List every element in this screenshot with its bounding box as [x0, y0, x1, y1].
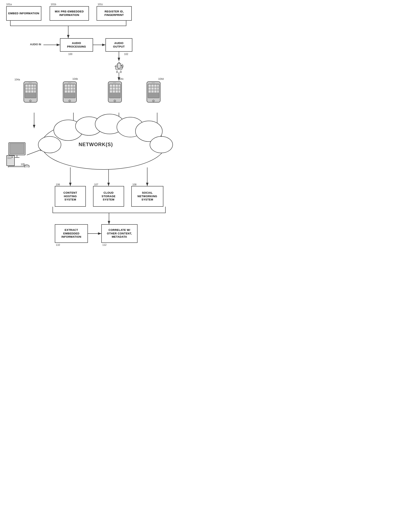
ref-105: 105 — [21, 163, 25, 166]
svg-point-23 — [38, 136, 61, 153]
ref-104b: 104b — [72, 77, 78, 80]
patent-diagram: EMBED INFORMATION 101a MIX PRE-EMBEDDEDI… — [0, 0, 210, 254]
svg-rect-97 — [152, 83, 155, 83]
svg-rect-44 — [25, 90, 28, 93]
ref-104a: 104a — [14, 78, 20, 81]
phone-104d — [142, 81, 166, 103]
broadcast-symbol — [113, 60, 125, 72]
svg-rect-90 — [154, 87, 157, 90]
svg-rect-70 — [116, 84, 118, 87]
svg-rect-56 — [65, 87, 67, 90]
ref-100: 100 — [68, 53, 72, 56]
svg-rect-47 — [34, 90, 36, 93]
audio-in-label: AUDIO IN — [30, 43, 41, 46]
svg-rect-79 — [119, 90, 120, 93]
phone-104c — [103, 81, 128, 103]
social-networking-box: SOCIALNETWORKINGSYSTEM — [131, 186, 163, 207]
svg-rect-88 — [149, 87, 151, 90]
svg-rect-75 — [119, 87, 120, 90]
svg-rect-53 — [68, 84, 70, 87]
ref-104c: 104c — [118, 77, 124, 80]
register-id-box: REGISTER ID,FINGERPRINT — [97, 6, 132, 21]
svg-rect-77 — [113, 90, 115, 93]
svg-rect-46 — [31, 90, 34, 93]
audio-output-box: AUDIOOUTPUT — [106, 38, 132, 52]
svg-rect-58 — [71, 87, 73, 90]
svg-rect-85 — [151, 84, 154, 87]
mix-pre-embedded-box: MIX PRE-EMBEDDEDINFORMATION — [50, 6, 89, 21]
svg-rect-42 — [31, 87, 34, 90]
svg-rect-57 — [68, 87, 70, 90]
svg-rect-38 — [31, 84, 34, 87]
embed-information-box: EMBED INFORMATION — [6, 6, 41, 21]
ref-104d: 104d — [158, 77, 164, 80]
svg-rect-81 — [113, 83, 116, 83]
svg-marker-33 — [115, 64, 117, 67]
svg-rect-89 — [151, 87, 154, 90]
svg-point-48 — [29, 100, 31, 102]
ref-101a: 101a — [6, 3, 12, 6]
svg-point-19 — [76, 117, 102, 135]
phone-104a — [19, 81, 43, 103]
svg-rect-39 — [34, 84, 36, 87]
svg-rect-49 — [28, 83, 32, 83]
svg-point-24 — [150, 136, 173, 153]
svg-rect-87 — [157, 84, 159, 87]
content-hosting-box: CONTENTHOSTINGSYSTEM — [55, 186, 86, 207]
ref-101c: 101c — [98, 3, 103, 6]
ref-112: 112 — [102, 243, 107, 246]
svg-rect-103 — [7, 157, 12, 157]
svg-rect-99 — [10, 143, 24, 154]
svg-point-22 — [135, 121, 162, 141]
svg-rect-55 — [73, 84, 75, 87]
svg-rect-68 — [110, 84, 112, 87]
svg-rect-93 — [151, 90, 154, 93]
svg-point-64 — [69, 100, 71, 102]
svg-rect-78 — [116, 90, 118, 93]
svg-rect-59 — [73, 87, 75, 90]
cloud-storage-box: CLOUDSTORAGESYSTEM — [93, 186, 124, 207]
ref-106: 106 — [56, 183, 60, 186]
svg-point-96 — [152, 100, 155, 102]
svg-rect-41 — [28, 87, 31, 90]
audio-processing-box: AUDIOPROCESSING — [60, 38, 93, 52]
ref-102: 102 — [124, 53, 128, 56]
networks-label: NETWORK(S) — [78, 141, 113, 147]
svg-rect-60 — [65, 90, 67, 93]
svg-point-80 — [114, 100, 116, 102]
svg-rect-86 — [154, 84, 157, 87]
svg-rect-91 — [157, 87, 159, 90]
phone-104b — [58, 81, 83, 103]
svg-point-105 — [12, 156, 13, 158]
svg-point-21 — [117, 117, 144, 137]
svg-rect-43 — [34, 87, 36, 90]
svg-rect-40 — [25, 87, 28, 90]
svg-rect-106 — [8, 166, 25, 167]
svg-rect-84 — [149, 84, 151, 87]
svg-rect-54 — [71, 84, 73, 87]
svg-rect-37 — [28, 84, 31, 87]
svg-rect-71 — [119, 84, 120, 87]
ref-101b: 101b — [51, 3, 56, 6]
svg-rect-72 — [110, 87, 112, 90]
svg-rect-45 — [28, 90, 31, 93]
svg-rect-73 — [113, 87, 115, 90]
svg-rect-104 — [7, 158, 12, 159]
svg-rect-36 — [25, 84, 28, 87]
ref-108: 108 — [132, 183, 136, 186]
svg-point-20 — [95, 114, 124, 134]
svg-rect-62 — [71, 90, 73, 93]
ref-107: 107 — [94, 183, 98, 186]
svg-rect-65 — [68, 83, 71, 83]
computer-105 — [5, 141, 31, 167]
svg-rect-94 — [154, 90, 157, 93]
svg-rect-69 — [113, 84, 115, 87]
extract-embedded-box: EXTRACTEMBEDDEDINFORMATION — [55, 224, 88, 243]
svg-rect-74 — [116, 87, 118, 90]
svg-rect-76 — [110, 90, 112, 93]
correlate-box: CORRELATE W/OTHER CONTENT,METADATA — [101, 224, 137, 243]
svg-rect-63 — [73, 90, 75, 93]
svg-marker-32 — [117, 63, 121, 68]
svg-rect-52 — [65, 84, 67, 87]
svg-point-18 — [54, 120, 83, 141]
